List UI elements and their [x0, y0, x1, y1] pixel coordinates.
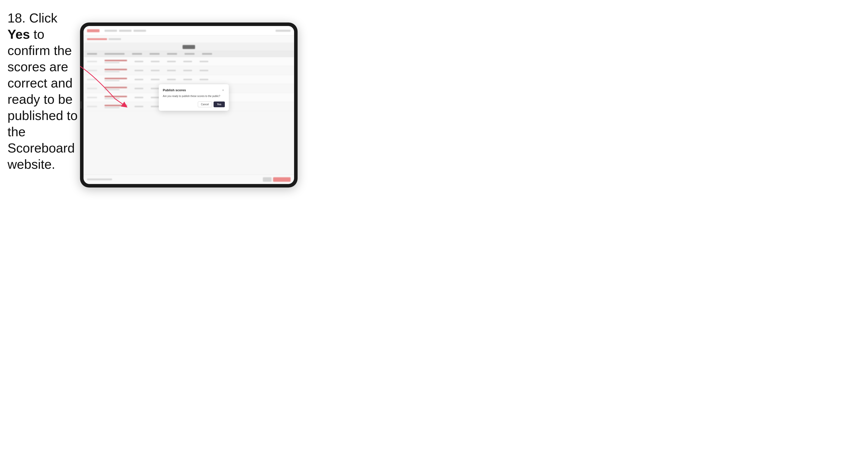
bold-keyword: Yes — [7, 27, 30, 41]
publish-scores-modal: Publish scores × Are you ready to publis… — [159, 84, 229, 111]
modal-header: Publish scores × — [163, 88, 225, 92]
modal-title: Publish scores — [163, 88, 186, 92]
yes-button[interactable]: Yes — [214, 101, 225, 107]
cancel-button[interactable]: Cancel — [198, 101, 212, 107]
instruction-prefix: Click — [29, 11, 58, 25]
modal-footer: Cancel Yes — [163, 101, 225, 107]
instruction-suffix: to confirm the scores are correct and re… — [7, 27, 78, 172]
step-number: 18. — [7, 11, 26, 25]
instruction-text: 18. Click Yes to confirm the scores are … — [7, 10, 80, 173]
modal-close-button[interactable]: × — [221, 89, 225, 92]
tablet-screen: Publish scores × Are you ready to publis… — [84, 26, 294, 184]
modal-overlay: Publish scores × Are you ready to publis… — [84, 26, 294, 184]
tablet-side-button — [81, 101, 82, 109]
modal-body: Are you ready to publish these scores to… — [163, 94, 225, 98]
tablet-device: Publish scores × Are you ready to publis… — [80, 23, 298, 187]
